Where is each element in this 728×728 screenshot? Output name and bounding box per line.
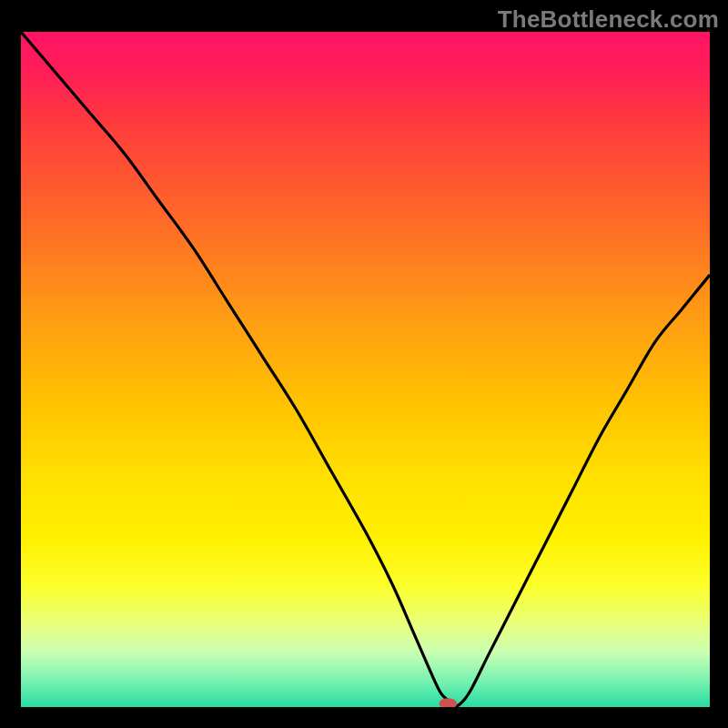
curve-layer bbox=[21, 32, 710, 707]
watermark-text: TheBottleneck.com bbox=[498, 5, 719, 34]
optimal-point-marker bbox=[439, 698, 457, 707]
chart-frame: TheBottleneck.com bbox=[0, 0, 728, 728]
bottleneck-curve bbox=[21, 32, 710, 707]
plot-area bbox=[21, 32, 710, 707]
